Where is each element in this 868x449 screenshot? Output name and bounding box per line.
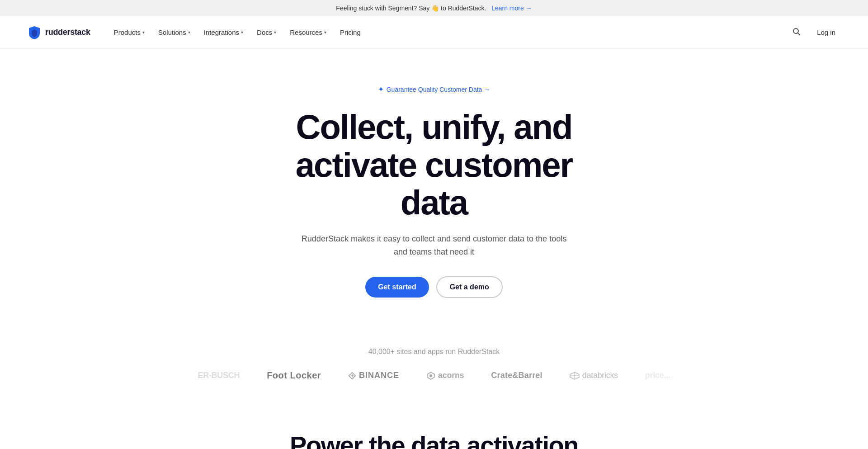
logo-anheuser-busch: ER-BUSCH — [198, 371, 240, 380]
get-demo-button[interactable]: Get a demo — [436, 276, 503, 298]
sparkle-icon: ✦ — [378, 85, 384, 94]
logo-link[interactable]: rudderstack — [27, 25, 90, 40]
databricks-icon — [570, 372, 580, 380]
nav-links: Products ▾ Solutions ▾ Integrations ▾ Do… — [108, 25, 789, 40]
logo-icon — [27, 25, 42, 40]
logo-crate-barrel: Crate&Barrel — [491, 371, 542, 380]
products-chevron-icon: ▾ — [142, 30, 145, 35]
banner-link[interactable]: Learn more → — [491, 5, 532, 12]
login-button[interactable]: Log in — [811, 25, 841, 40]
acorns-icon — [426, 371, 435, 380]
bottom-section: Power the data activation lifecycle — [0, 394, 868, 449]
logo-foot-locker: Foot Locker — [267, 370, 321, 381]
svg-point-6 — [429, 374, 432, 377]
docs-chevron-icon: ▾ — [274, 30, 276, 35]
hero-badge-text: Guarantee Quality Customer Data → — [387, 86, 491, 93]
navbar: rudderstack Products ▾ Solutions ▾ Integ… — [0, 16, 868, 49]
logo-binance: BINANCE — [348, 371, 399, 380]
solutions-chevron-icon: ▾ — [188, 30, 190, 35]
nav-solutions[interactable]: Solutions ▾ — [153, 25, 196, 40]
hero-title-line2: activate customer data — [296, 146, 572, 222]
integrations-chevron-icon: ▾ — [241, 30, 243, 35]
resources-chevron-icon: ▾ — [324, 30, 326, 35]
logo-priceline: price... — [645, 371, 670, 380]
logo-acorns: acorns — [426, 371, 464, 380]
logos-row: ER-BUSCH Foot Locker BINANCE acorns Crat… — [185, 370, 683, 381]
nav-right: Log in — [789, 24, 841, 41]
top-banner: Feeling stuck with Segment? Say 👋 to Rud… — [0, 0, 868, 16]
social-proof-section: 40,000+ sites and apps run RudderStack E… — [0, 325, 868, 394]
hero-section: ✦ Guarantee Quality Customer Data → Coll… — [0, 49, 868, 325]
nav-pricing[interactable]: Pricing — [335, 25, 366, 40]
binance-icon — [348, 372, 356, 380]
hero-title: Collect, unify, and activate customer da… — [271, 108, 597, 222]
svg-line-1 — [798, 33, 800, 35]
search-icon — [793, 28, 801, 36]
get-started-button[interactable]: Get started — [365, 277, 429, 298]
hero-subtitle: RudderStack makes it easy to collect and… — [294, 232, 574, 259]
hero-badge[interactable]: ✦ Guarantee Quality Customer Data → — [378, 85, 491, 94]
nav-products[interactable]: Products ▾ — [108, 25, 150, 40]
logo-databricks: databricks — [570, 371, 618, 380]
logo-text: rudderstack — [45, 28, 90, 37]
hero-cta-group: Get started Get a demo — [365, 276, 503, 298]
banner-text: Feeling stuck with Segment? Say 👋 to Rud… — [336, 5, 486, 12]
bottom-title: Power the data activation lifecycle — [276, 430, 592, 449]
search-button[interactable] — [789, 24, 804, 41]
social-proof-label: 40,000+ sites and apps run RudderStack — [9, 348, 859, 356]
hero-title-line1: Collect, unify, and — [296, 108, 572, 146]
nav-resources[interactable]: Resources ▾ — [284, 25, 332, 40]
nav-docs[interactable]: Docs ▾ — [251, 25, 282, 40]
nav-integrations[interactable]: Integrations ▾ — [198, 25, 249, 40]
